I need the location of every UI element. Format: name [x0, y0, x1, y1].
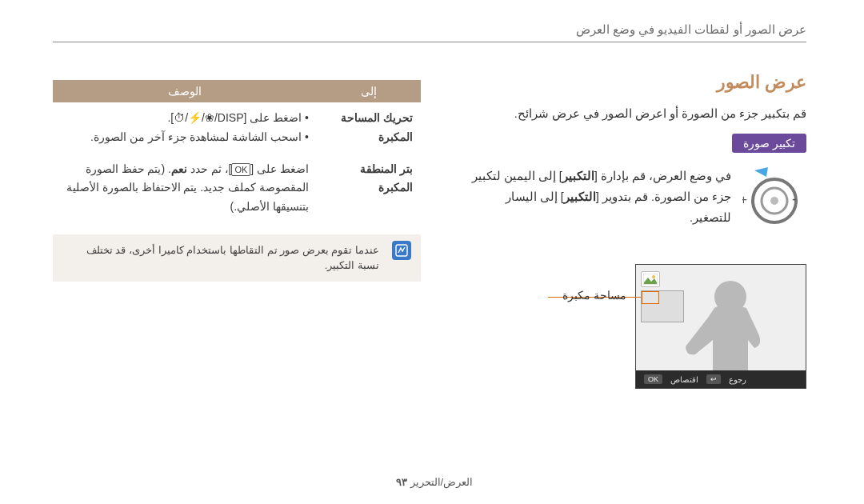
ok-status-button: OK: [644, 374, 662, 384]
svg-point-8: [652, 275, 655, 278]
status-crop-label: اقتصاص: [670, 375, 698, 384]
row-label-move: تحريك المساحة المكبرة: [317, 102, 421, 154]
dial-instruction-text: في وضع العرض، قم بإدارة [التكبير] إلى ال…: [470, 166, 731, 228]
section-heading-zoom: تكبير صورة: [732, 134, 806, 153]
table-row: بتر المنطقة المكبرة اضغط على [OK]، ثم حد…: [53, 154, 421, 223]
table-head-desc: الوصف: [53, 80, 317, 102]
thumbnail-icon: [641, 271, 660, 287]
page-footer: العرض/التحرير ٩٣: [0, 476, 864, 488]
right-column: عرض الصور قم بتكبير جزء من الصورة أو اعر…: [470, 72, 806, 230]
timer-icon: ⏱: [174, 111, 185, 124]
r2-pre: اضغط على: [254, 162, 309, 175]
zoom-keyword: التكبير: [564, 190, 596, 203]
svg-text:+: +: [742, 193, 747, 206]
ok-button-icon: OK: [231, 163, 250, 176]
preview-status-bar: OK اقتصاص ↩ رجوع: [636, 370, 806, 388]
row-label-crop: بتر المنطقة المكبرة: [317, 154, 421, 223]
bolt-icon: ⚡: [188, 111, 202, 124]
row1-bullet1-tail: ].: [167, 111, 174, 124]
breadcrumb: عرض الصور أو لقطات الفيديو في وضع العرض: [576, 22, 806, 37]
svg-point-2: [770, 197, 778, 205]
note-text: عندما تقوم بعرض صور تم التقاطها باستخدام…: [86, 244, 379, 272]
info-icon: [392, 241, 411, 260]
child-silhouette-icon: [668, 276, 780, 370]
row1-bullet1-pre: اضغط على [DISP/: [214, 111, 302, 124]
left-column: إلى الوصف تحريك المساحة المكبرة • اضغط ع…: [53, 80, 421, 282]
svg-text:-: -: [792, 191, 797, 207]
footer-page-number: ٩٣: [396, 476, 407, 488]
row-desc-crop: اضغط على [OK]، ثم حدد نعم. (يتم حفظ الصو…: [53, 154, 317, 223]
yes-keyword: نعم: [171, 162, 187, 175]
header-rule: [53, 42, 806, 42]
dial-instruction-row: + - في وضع العرض، قم بإدارة [التكبير] إل…: [470, 166, 806, 230]
navigator-highlight: [642, 291, 659, 304]
preview-illustration: مساحة مكبرة OK اقتصاص ↩ رجوع: [635, 264, 806, 389]
row1-bullet2: اسحب الشاشة لمشاهدة جزء آخر من الصورة.: [90, 130, 302, 143]
back-status-button: ↩: [706, 374, 721, 384]
page-title: عرض الصور: [470, 72, 806, 93]
row-desc-move: • اضغط على [DISP/❀/⚡/⏱]. • اسحب الشاشة ل…: [53, 102, 317, 154]
instruction-table: إلى الوصف تحريك المساحة المكبرة • اضغط ع…: [53, 80, 421, 223]
intro-text: قم بتكبير جزء من الصورة أو اعرض الصور في…: [470, 104, 806, 124]
flower-icon: ❀: [205, 111, 214, 124]
table-head-to: إلى: [317, 80, 421, 102]
callout-label: مساحة مكبرة: [562, 289, 626, 302]
footer-section: العرض/التحرير: [410, 476, 474, 488]
r2-mid: ، ثم حدد: [187, 162, 229, 175]
zoom-dial-icon: + -: [742, 166, 806, 230]
zoom-keyword: التكبير: [562, 170, 594, 182]
status-back-label: رجوع: [729, 375, 746, 384]
dial-text-part: في وضع العرض، قم بإدارة [: [594, 170, 731, 182]
note-box: عندما تقوم بعرض صور تم التقاطها باستخدام…: [53, 234, 421, 282]
table-row: تحريك المساحة المكبرة • اضغط على [DISP/❀…: [53, 102, 421, 154]
